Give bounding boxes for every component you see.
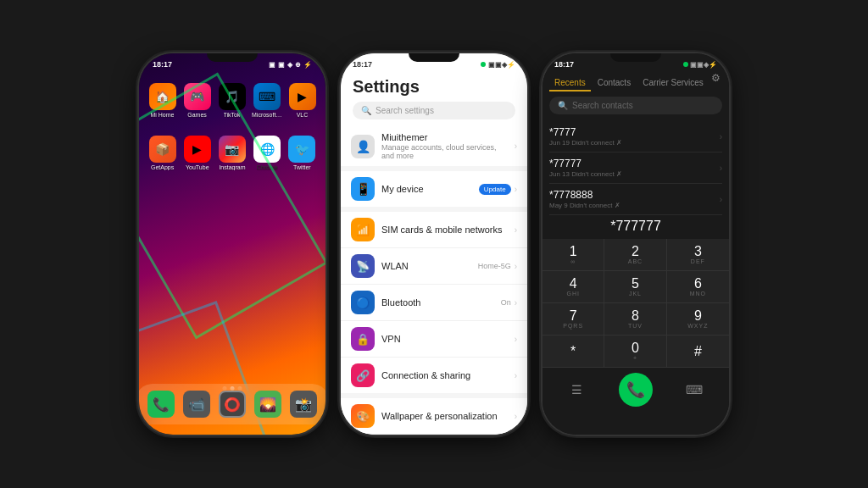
my-device-title: My device <box>381 184 472 194</box>
settings-title: Settings <box>353 77 515 97</box>
call-info-2: Jun 13 Didn't connect ✗ <box>549 170 622 178</box>
gear-icon[interactable]: ⚙ <box>711 72 721 84</box>
dial-key-2[interactable]: 2 ABC <box>604 239 666 271</box>
wallpaper-title: Wallpaper & personalization <box>381 411 508 421</box>
vpn-title: VPN <box>381 334 508 344</box>
dock: 📞 📹 ⭕ 🌄 📸 <box>139 384 326 424</box>
phone-app-time: 18:17 <box>554 60 574 69</box>
settings-section-device: 📱 My device Update › <box>341 171 527 207</box>
dial-key-3[interactable]: 3 DEF <box>667 239 729 271</box>
call-item-1[interactable]: *7777 Jun 19 Didn't connect ✗ › <box>549 121 722 152</box>
settings-item-miuithemer[interactable]: 👤 Miuithemer Manage accounts, cloud serv… <box>341 126 527 166</box>
dialer-number-display: *777777 <box>542 215 729 239</box>
sim-content: SIM cards & mobile networks <box>381 225 508 235</box>
app-mi-home[interactable]: 🏠 Mi Home <box>147 83 177 118</box>
dial-key-8[interactable]: 8 TUV <box>604 303 666 336</box>
settings-search-bar[interactable]: 🔍 Search settings <box>353 102 515 119</box>
settings-section-appearance: 🎨 Wallpaper & personalization › ⏱ <box>341 398 527 435</box>
settings-item-wlan[interactable]: 📡 WLAN Home-5G › <box>341 248 527 285</box>
dial-key-0[interactable]: 0 + <box>604 336 666 368</box>
bluetooth-right: On › <box>501 298 517 308</box>
my-device-content: My device <box>381 184 472 194</box>
call-chevron-3: › <box>720 195 722 204</box>
call-chevron-1: › <box>720 132 722 141</box>
call-button[interactable]: 📞 <box>619 373 653 407</box>
settings-item-bluetooth[interactable]: 🔵 Bluetooth On › <box>341 285 527 321</box>
vlc-label: VLC <box>297 112 309 118</box>
phone-app-screen: 18:17 ▣▣◈⚡ ⚙ Recents Contacts Carrier Se… <box>542 53 729 435</box>
tab-contacts[interactable]: Contacts <box>593 75 636 92</box>
settings-item-vpn[interactable]: 🔒 VPN › <box>341 321 527 358</box>
getapps-label: GetApps <box>151 164 174 170</box>
phone-3-screen: 18:17 ▣▣◈⚡ ⚙ Recents Contacts Carrier Se… <box>542 53 729 435</box>
phone-1-screen: 18:17 ▣ ▣ ◈ ⊕ ⚡ <box>139 53 326 435</box>
bluetooth-title: Bluetooth <box>381 297 494 308</box>
app-microsoft[interactable]: ⌨ Microsoft SwiftKey <box>252 83 282 118</box>
call-number-3: *7778888 <box>549 189 620 201</box>
home-time: 18:17 <box>153 60 172 69</box>
app-games[interactable]: 🎮 Games <box>182 83 212 118</box>
call-item-3[interactable]: *7778888 May 9 Didn't connect ✗ › <box>549 184 722 215</box>
dial-key-6[interactable]: 6 MNO <box>667 271 729 303</box>
settings-item-sim[interactable]: 📶 SIM cards & mobile networks › <box>341 212 527 248</box>
call-info-1: Jun 19 Didn't connect ✗ <box>549 139 622 147</box>
my-device-right: Update › <box>479 184 517 195</box>
wlan-content: WLAN <box>381 261 471 271</box>
phone-search-placeholder: Search contacts <box>572 101 633 110</box>
phone-search-icon: 🔍 <box>558 101 568 110</box>
dial-key-5[interactable]: 5 JKL <box>604 271 666 303</box>
dock-camera-front[interactable]: 📹 <box>183 391 210 418</box>
phone-3: 18:17 ▣▣◈⚡ ⚙ Recents Contacts Carrier Se… <box>542 53 729 435</box>
tiktok-label: TikTok <box>224 112 241 118</box>
miuithemer-icon: 👤 <box>351 135 375 158</box>
phone-search-bar[interactable]: 🔍 Search contacts <box>549 97 722 114</box>
my-device-icon: 📱 <box>351 177 375 201</box>
dial-key-4[interactable]: 4 GHI <box>542 271 604 303</box>
settings-item-my-device[interactable]: 📱 My device Update › <box>341 171 527 207</box>
chevron-icon-8: › <box>515 412 517 421</box>
dial-key-star[interactable]: * <box>542 336 604 368</box>
chrome-label: Chrome <box>257 164 278 170</box>
keypad-menu-button[interactable]: ☰ <box>564 376 591 403</box>
wlan-title: WLAN <box>381 261 471 271</box>
instagram-label: Instagram <box>219 164 245 170</box>
phone-status-icons: ▣▣◈⚡ <box>683 61 717 69</box>
bluetooth-value: On <box>501 298 511 307</box>
vpn-icon: 🔒 <box>351 327 375 351</box>
wlan-icon: 📡 <box>351 254 375 278</box>
app-twitter[interactable]: 🐦 Twitter <box>287 136 317 170</box>
miuithemer-content: Miuithemer Manage accounts, cloud servic… <box>381 132 508 160</box>
vlc-icon: ▶ <box>289 83 316 110</box>
phone-2-screen: 18:17 ▣▣◈⚡ Settings 🔍 Search settings <box>341 53 527 435</box>
dock-circle[interactable]: ⭕ <box>219 391 246 418</box>
settings-item-connection[interactable]: 🔗 Connection & sharing › <box>341 358 527 393</box>
dial-key-hash[interactable]: # <box>667 336 729 368</box>
app-youtube[interactable]: ▶ YouTube <box>182 136 212 170</box>
tab-recents[interactable]: Recents <box>549 75 591 92</box>
youtube-icon: ▶ <box>184 136 211 163</box>
call-item-2[interactable]: *77777 Jun 13 Didn't connect ✗ › <box>549 152 722 184</box>
youtube-label: YouTube <box>186 164 209 170</box>
chevron-icon-2: › <box>515 185 517 194</box>
tab-carrier[interactable]: Carrier Services <box>637 75 709 92</box>
dock-camera[interactable]: 📸 <box>290 391 317 418</box>
chevron-icon-7: › <box>515 371 517 380</box>
keypad-button[interactable]: ⌨ <box>681 376 708 403</box>
app-grid-row2: 📦 GetApps ▶ YouTube 📷 Instagram 🌐 Chrome <box>139 129 326 177</box>
dock-phone[interactable]: 📞 <box>147 391 175 418</box>
dial-key-1[interactable]: 1 ∞ <box>542 239 604 271</box>
app-vlc[interactable]: ▶ VLC <box>287 83 317 118</box>
dock-gallery[interactable]: 🌄 <box>254 391 281 418</box>
settings-section-network: 📶 SIM cards & mobile networks › 📡 <box>341 212 527 393</box>
chevron-icon-3: › <box>515 225 517 235</box>
notch-2 <box>409 53 459 62</box>
app-chrome[interactable]: 🌐 Chrome <box>253 136 282 170</box>
app-instagram[interactable]: 📷 Instagram <box>217 136 247 170</box>
chevron-icon: › <box>515 141 517 151</box>
update-badge: Update <box>479 184 511 195</box>
dial-key-9[interactable]: 9 WXYZ <box>667 303 729 336</box>
dial-key-7[interactable]: 7 PQRS <box>542 303 604 336</box>
app-getapps[interactable]: 📦 GetApps <box>147 136 177 170</box>
settings-item-wallpaper[interactable]: 🎨 Wallpaper & personalization › <box>341 398 527 435</box>
app-tiktok[interactable]: 🎵 TikTok <box>217 83 247 118</box>
